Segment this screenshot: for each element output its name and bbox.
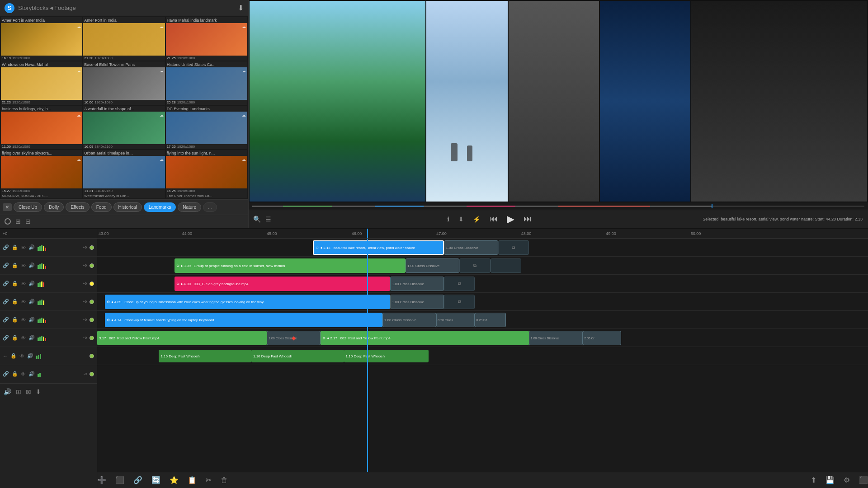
link-button[interactable]: 🔗 — [133, 476, 142, 484]
audio-icon[interactable]: 🔊 — [28, 371, 35, 377]
link-icon[interactable]: 🔗 — [3, 335, 9, 341]
preview-clip-forest[interactable] — [250, 1, 425, 202]
eye-icon[interactable]: 👁 — [21, 371, 26, 377]
filter-close-button[interactable]: ✕ — [3, 203, 12, 211]
list-item[interactable]: flying into the sun light, n... ☁ 16.251… — [166, 150, 247, 198]
audio-icon[interactable]: 🔊 — [28, 317, 35, 323]
mix-icon[interactable]: ⊞ — [16, 388, 21, 395]
swap-button[interactable]: 🔄 — [151, 476, 160, 484]
speaker-icon[interactable]: 🔊 — [4, 388, 11, 395]
link-icon[interactable]: 🔗 — [3, 299, 9, 305]
clip-whoosh-2[interactable]: 1.16 Deep Fast Whoosh — [251, 350, 344, 362]
audio-icon[interactable]: 🔊 — [28, 281, 35, 286]
down-icon[interactable]: ⬇ — [458, 216, 464, 223]
expand-icon[interactable]: ⊠ — [26, 388, 31, 395]
clip-dissolve-5a[interactable]: 1.00 Cross Dissolve — [267, 331, 321, 345]
filter-close-up[interactable]: Close Up — [14, 202, 42, 212]
clip-dissolve-4c[interactable]: 0.20 Ed — [475, 313, 505, 327]
list-item[interactable]: DC Evening Landmarks ☁ 17.251920x1080 — [166, 106, 247, 149]
filter-more[interactable]: ... — [203, 202, 217, 212]
clip-businessman[interactable]: ⚙● 4.09 Close up of young businessman wi… — [105, 295, 390, 309]
audio-adj-icon[interactable]: ⚡ — [473, 216, 481, 223]
export-button[interactable]: ⬆ — [811, 476, 816, 484]
link-icon[interactable]: 🔗 — [3, 317, 9, 323]
list-item[interactable]: business buildings, city, b... ☁ 11.0019… — [1, 106, 82, 149]
list-item[interactable]: Windows on Hawa Mahal ☁ 21.231920x1080 — [1, 61, 82, 105]
filter-landmarks[interactable]: Landmarks — [144, 202, 176, 212]
filter-effects[interactable]: Effects — [66, 202, 89, 212]
clip-paint-1[interactable]: 3.17 002_Red and Yellow Paint.mp4 — [97, 331, 267, 345]
link-icon[interactable]: 🔗 — [3, 371, 9, 377]
filter-food[interactable]: Food — [91, 202, 112, 212]
clip-dissolve-5b[interactable]: 1.00 Cross Dissolve — [529, 331, 583, 345]
delete-button[interactable]: 🗑 — [221, 476, 228, 484]
sidebar-download-icon[interactable]: ⬇ — [238, 4, 244, 12]
lock-icon[interactable]: 🔒 — [12, 281, 18, 286]
lock-icon[interactable]: 🔒 — [10, 353, 17, 359]
eye-icon[interactable]: 👁 — [21, 281, 26, 286]
eye-icon[interactable]: 👁 — [21, 245, 26, 250]
list-item[interactable]: Hawa Mahal india landmark ☁ 21.251920x10… — [166, 17, 247, 61]
preview-clip-digital[interactable] — [600, 1, 690, 202]
audio-icon[interactable]: 🔊 — [28, 244, 35, 250]
adjust-icon[interactable]: ⊟ — [25, 218, 31, 225]
lock-icon[interactable]: 🔒 — [12, 317, 18, 323]
filter-dolly[interactable]: Dolly — [44, 202, 64, 212]
eye-icon[interactable]: 👁 — [21, 263, 26, 268]
list-item[interactable]: Historic United States Ca... ☁ 20.281920… — [166, 61, 247, 105]
audio-icon[interactable]: 🔊 — [28, 299, 35, 305]
preview-clip-silhouette[interactable] — [426, 1, 508, 202]
lock-icon[interactable]: 🔒 — [12, 335, 18, 341]
grid-view-icon[interactable]: ⊞ — [15, 218, 21, 225]
clip-running[interactable]: ⚙● 3.09 Group of people running on a fie… — [175, 258, 406, 273]
list-item[interactable]: Amer Fort in India ☁ 21.201920x1080 — [83, 17, 165, 61]
lock-icon[interactable]: 🔒 — [12, 299, 18, 305]
audio-icon[interactable]: 🔊 — [28, 263, 35, 268]
play-button[interactable]: ▶ — [507, 213, 514, 225]
clip-laptop[interactable]: ⚙● 4.14 Close-up of female hands typing … — [105, 313, 382, 327]
lock-icon[interactable]: 🔒 — [12, 244, 18, 250]
add-clip-button[interactable]: ➕ — [97, 476, 106, 484]
filter-nature[interactable]: Nature — [178, 202, 201, 212]
list-tool-icon[interactable]: ☰ — [265, 216, 271, 223]
clip-whoosh-3[interactable]: 1.10 Deep Fast Whoosh — [344, 350, 429, 362]
list-item[interactable]: Urban aerial timelapse in... ☁ 11.213840… — [83, 150, 165, 198]
list-item[interactable]: flying over skyline skyscra... ☁ 15.2719… — [1, 150, 82, 198]
list-view-button[interactable]: ⬛ — [115, 476, 124, 484]
clip-dissolve-3[interactable]: 1.00 Cross Dissolve — [390, 295, 444, 309]
link-icon[interactable]: 🔗 — [3, 281, 9, 286]
eye-icon[interactable]: 👁 — [21, 299, 26, 305]
clip-whoosh-1[interactable]: 1.16 Deep Fast Whoosh — [159, 350, 251, 362]
clip-paint-2[interactable]: ⚙● 2.17 002_Red and Yellow Paint.mp4 — [321, 331, 528, 345]
preview-clip-typing[interactable] — [691, 1, 867, 202]
expand-icon[interactable]: ↔ — [3, 353, 8, 359]
clip-lake[interactable]: ⚙● 2.13 beautiful lake resort, aerial vi… — [313, 240, 444, 255]
lock-icon[interactable]: 🔒 — [12, 371, 18, 377]
clipboard-button[interactable]: 📋 — [188, 476, 197, 484]
preview-clip-woman[interactable] — [509, 1, 599, 202]
clip-girl[interactable]: ⚙● 4.00 003_Girl on grey background.mp4 — [175, 277, 390, 291]
save-button[interactable]: 💾 — [826, 476, 835, 484]
list-item[interactable]: A waterfall in the shape of... ☁ 16.0938… — [83, 106, 165, 149]
eye-icon[interactable]: 👁 — [21, 317, 26, 323]
filter-historical[interactable]: Historical — [113, 202, 142, 212]
clip-dissolve-4a[interactable]: 1.00 Cross Dissolve — [382, 313, 436, 327]
link-icon[interactable]: 🔗 — [3, 263, 9, 268]
search-tool-icon[interactable]: 🔍 — [253, 216, 261, 223]
next-frame-button[interactable]: ⏭ — [524, 214, 532, 224]
clip-dissolve-1[interactable]: 1.00 Cross Dissolve — [406, 258, 459, 273]
audio-icon[interactable]: 🔊 — [27, 353, 33, 359]
settings-icon[interactable]: ⬇ — [36, 388, 41, 395]
clip-dissolve-4b[interactable]: 0.20 Cross — [436, 313, 475, 327]
list-item[interactable]: Base of Eiffel Tower in Paris ☁ 10.06192… — [83, 61, 165, 105]
clip-dissolve-5c[interactable]: 2.05 Cr — [583, 331, 621, 345]
fullscreen-button[interactable]: ⬛ — [859, 476, 868, 484]
eye-icon[interactable]: 👁 — [21, 335, 26, 341]
clip-dissolve-2[interactable]: 1.00 Cross Dissolve — [390, 277, 444, 291]
cut-button[interactable]: ✂ — [206, 476, 212, 484]
settings-button[interactable]: ⚙ — [844, 476, 850, 484]
link-icon[interactable]: 🔗 — [3, 244, 9, 250]
star-button[interactable]: ⭐ — [170, 476, 179, 484]
audio-icon[interactable]: 🔊 — [28, 335, 35, 341]
list-item[interactable]: Amer Fort in Amer India ☁ 16.191920x1080 — [1, 17, 82, 61]
